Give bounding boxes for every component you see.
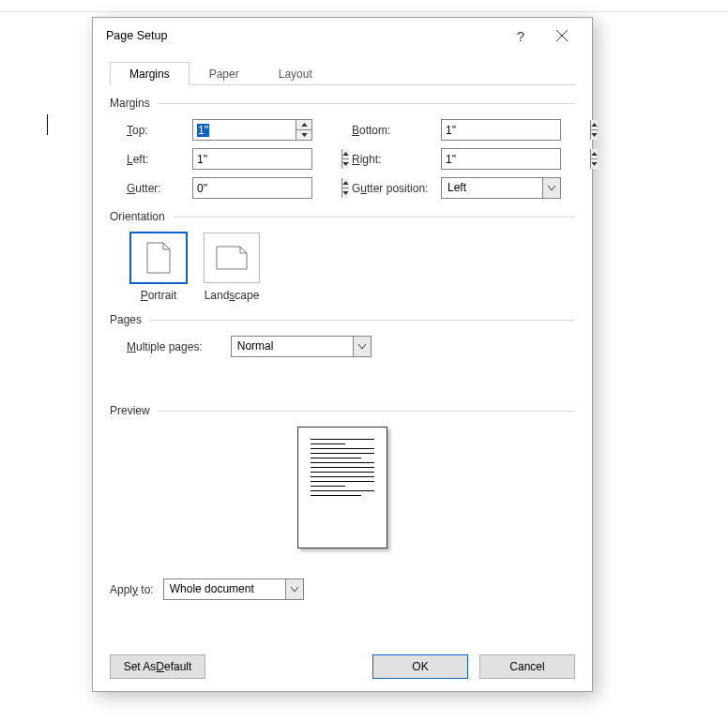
multiple-pages-label: Multiple pages: [127, 340, 203, 353]
gutter-position-combo[interactable]: Left [441, 177, 561, 199]
ribbon-underline [0, 11, 728, 12]
preview-page-icon [297, 427, 387, 548]
section-margins: Margins [110, 97, 575, 110]
spin-down-icon[interactable] [296, 130, 311, 140]
gutter-position-value: Left [442, 178, 542, 198]
multiple-pages-combo[interactable]: Normal [231, 336, 372, 357]
tab-strip: Margins Paper Layout [110, 61, 575, 85]
apply-to-value: Whole document [164, 579, 285, 599]
gutter-position-label: Gutter position: [352, 182, 441, 195]
bottom-value[interactable] [442, 120, 590, 140]
left-spinbox[interactable] [192, 148, 312, 170]
tab-layout[interactable]: Layout [259, 62, 332, 85]
titlebar: Page Setup ? [93, 18, 592, 53]
orientation-landscape[interactable] [204, 233, 260, 283]
right-label: Right: [352, 153, 441, 166]
landscape-icon [216, 246, 248, 270]
section-orientation: Orientation [110, 210, 575, 223]
close-button[interactable] [541, 22, 583, 50]
section-pages: Pages [110, 313, 575, 326]
tab-paper[interactable]: Paper [190, 62, 259, 85]
section-orientation-label: Orientation [110, 210, 165, 223]
document-caret [47, 114, 48, 135]
gutter-value[interactable] [193, 178, 341, 198]
spin-down-icon[interactable] [342, 188, 349, 198]
right-value[interactable] [442, 149, 590, 169]
portrait-label: Portrait [141, 289, 177, 302]
spin-up-icon[interactable] [591, 149, 598, 159]
gutter-spinbox[interactable] [192, 177, 312, 199]
spin-down-icon[interactable] [342, 159, 349, 169]
tab-margins[interactable]: Margins [110, 62, 190, 85]
landscape-label: Landscape [205, 289, 260, 302]
spin-up-icon[interactable] [342, 178, 349, 188]
right-spinbox[interactable] [441, 148, 561, 170]
chevron-down-icon[interactable] [542, 178, 560, 198]
help-button[interactable]: ? [500, 22, 541, 50]
top-label: Top: [127, 124, 192, 137]
portrait-icon [146, 242, 171, 274]
left-label: Left: [127, 153, 192, 166]
spin-down-icon[interactable] [591, 130, 598, 140]
section-margins-label: Margins [110, 97, 150, 110]
page-setup-dialog: Page Setup ? Margins Paper Layout Margin… [92, 17, 593, 692]
section-pages-label: Pages [110, 313, 142, 326]
section-preview-label: Preview [110, 404, 150, 417]
top-value: 1" [197, 124, 209, 137]
set-as-default-button[interactable]: Set As Default [110, 654, 205, 679]
top-spinbox[interactable]: 1" [192, 119, 312, 141]
apply-to-label: Apply to: [110, 583, 154, 596]
close-icon [555, 29, 569, 42]
help-icon: ? [517, 28, 524, 44]
orientation-portrait[interactable] [130, 233, 187, 283]
bottom-spinbox[interactable] [441, 119, 561, 141]
multiple-pages-value: Normal [232, 337, 353, 356]
cancel-button[interactable]: Cancel [479, 654, 575, 679]
margins-grid: Top: 1" Bottom: Left: Right: Gutt [127, 119, 575, 199]
ok-button[interactable]: OK [372, 654, 468, 679]
spin-up-icon[interactable] [296, 120, 311, 130]
dialog-title: Page Setup [106, 29, 500, 42]
spin-up-icon[interactable] [342, 149, 349, 159]
apply-to-combo[interactable]: Whole document [163, 578, 304, 600]
chevron-down-icon[interactable] [285, 579, 303, 599]
dialog-footer: Set As Default OK Cancel [93, 642, 592, 691]
spin-down-icon[interactable] [591, 159, 598, 169]
spin-up-icon[interactable] [591, 120, 598, 130]
section-preview: Preview [110, 404, 575, 417]
bottom-label: Bottom: [352, 124, 441, 137]
left-value[interactable] [193, 149, 341, 169]
chevron-down-icon[interactable] [353, 337, 371, 356]
gutter-label: Gutter: [127, 182, 192, 195]
